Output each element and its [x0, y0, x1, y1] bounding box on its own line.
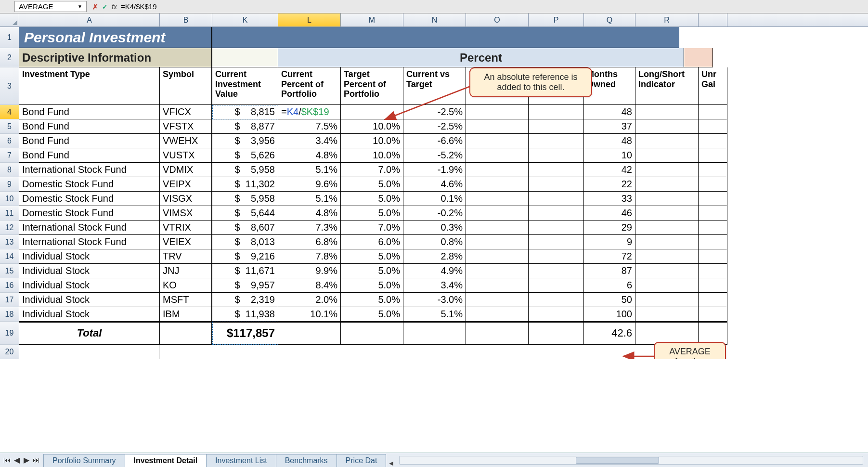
- total-M[interactable]: [341, 322, 403, 345]
- cell-Q18[interactable]: 100: [584, 307, 635, 322]
- col-header-P[interactable]: P: [529, 13, 584, 26]
- col-header-R[interactable]: R: [635, 13, 699, 26]
- cell-A18[interactable]: Individual Stock: [19, 307, 160, 322]
- row-header-11[interactable]: 11: [0, 206, 19, 221]
- cell-Q16[interactable]: 6: [584, 278, 635, 293]
- col-header-Q[interactable]: Q: [584, 13, 635, 26]
- cell-K6[interactable]: $ 3,956: [212, 134, 278, 148]
- cell-K17[interactable]: $ 2,319: [212, 293, 278, 307]
- total-S[interactable]: [699, 322, 727, 345]
- cell-L10[interactable]: 5.1%: [278, 192, 341, 206]
- total-months[interactable]: 42.6: [584, 322, 635, 345]
- cell-B12[interactable]: VTRIX: [160, 221, 212, 235]
- row-header-4[interactable]: 4: [0, 105, 19, 119]
- row-header-5[interactable]: 5: [0, 119, 19, 134]
- cell-R16[interactable]: [635, 278, 699, 293]
- cell-K8[interactable]: $ 5,958: [212, 163, 278, 177]
- cell-K16[interactable]: $ 9,957: [212, 278, 278, 293]
- cell-L5[interactable]: 7.5%: [278, 119, 341, 134]
- cell-L9[interactable]: 9.6%: [278, 177, 341, 192]
- header-symbol[interactable]: Symbol: [160, 67, 212, 105]
- cell-O10[interactable]: [466, 192, 529, 206]
- cell-S11[interactable]: [699, 206, 727, 221]
- cell-P10[interactable]: [529, 192, 584, 206]
- cell-R9[interactable]: [635, 177, 699, 192]
- total-R[interactable]: [635, 322, 699, 345]
- cell-S16[interactable]: [699, 278, 727, 293]
- cell-S13[interactable]: [699, 235, 727, 249]
- cell-N11[interactable]: -0.2%: [403, 206, 466, 221]
- col-header-M[interactable]: M: [341, 13, 403, 26]
- cell-A8[interactable]: International Stock Fund: [19, 163, 160, 177]
- cell-B8[interactable]: VDMIX: [160, 163, 212, 177]
- cell-S2[interactable]: [684, 48, 713, 67]
- row-header-16[interactable]: 16: [0, 278, 19, 293]
- total-symbol[interactable]: [160, 322, 212, 345]
- total-N[interactable]: [403, 322, 466, 345]
- cell-A12[interactable]: International Stock Fund: [19, 221, 160, 235]
- cell-Q8[interactable]: 42: [584, 163, 635, 177]
- cell-S18[interactable]: [699, 307, 727, 322]
- cell-N6[interactable]: -6.6%: [403, 134, 466, 148]
- cell-A11[interactable]: Domestic Stock Fund: [19, 206, 160, 221]
- cell-L18[interactable]: 10.1%: [278, 307, 341, 322]
- cell-R12[interactable]: [635, 221, 699, 235]
- cell-P16[interactable]: [529, 278, 584, 293]
- cell-L15[interactable]: 9.9%: [278, 264, 341, 278]
- cell-M7[interactable]: 10.0%: [341, 148, 403, 163]
- cell-Q12[interactable]: 29: [584, 221, 635, 235]
- cell-K9[interactable]: $ 11,302: [212, 177, 278, 192]
- cell-Q17[interactable]: 50: [584, 293, 635, 307]
- row-header-1[interactable]: 1: [0, 27, 19, 48]
- cell-O8[interactable]: [466, 163, 529, 177]
- cell-R14[interactable]: [635, 249, 699, 264]
- cell-A4[interactable]: Bond Fund: [19, 105, 160, 119]
- cell-R7[interactable]: [635, 148, 699, 163]
- cell-P13[interactable]: [529, 235, 584, 249]
- cell-N18[interactable]: 5.1%: [403, 307, 466, 322]
- cell-R10[interactable]: [635, 192, 699, 206]
- row-header-12[interactable]: 12: [0, 221, 19, 235]
- cell-Q6[interactable]: 48: [584, 134, 635, 148]
- row-header-7[interactable]: 7: [0, 148, 19, 163]
- cell-K14[interactable]: $ 9,216: [212, 249, 278, 264]
- cell-Q7[interactable]: 10: [584, 148, 635, 163]
- cell-R13[interactable]: [635, 235, 699, 249]
- cell-M6[interactable]: 10.0%: [341, 134, 403, 148]
- cell-R4[interactable]: [635, 105, 699, 119]
- fx-icon[interactable]: fx: [112, 3, 117, 11]
- cell-L7[interactable]: 4.8%: [278, 148, 341, 163]
- cell-O9[interactable]: [466, 177, 529, 192]
- cell-L11[interactable]: 4.8%: [278, 206, 341, 221]
- row-header-13[interactable]: 13: [0, 235, 19, 249]
- cell-S5[interactable]: [699, 119, 727, 134]
- row-header-14[interactable]: 14: [0, 249, 19, 264]
- cell-L17[interactable]: 2.0%: [278, 293, 341, 307]
- cell-N8[interactable]: -1.9%: [403, 163, 466, 177]
- row-header-2[interactable]: 2: [0, 48, 19, 67]
- col-header-L[interactable]: L: [278, 13, 341, 26]
- cell-K12[interactable]: $ 8,607: [212, 221, 278, 235]
- total-O[interactable]: [466, 322, 529, 345]
- cell-Q13[interactable]: 9: [584, 235, 635, 249]
- cell-B13[interactable]: VEIEX: [160, 235, 212, 249]
- col-header-A[interactable]: A: [19, 13, 160, 26]
- cell-L8[interactable]: 5.1%: [278, 163, 341, 177]
- cancel-icon[interactable]: ✗: [92, 3, 98, 11]
- cell-S4[interactable]: [699, 105, 727, 119]
- cell-P18[interactable]: [529, 307, 584, 322]
- cell-M8[interactable]: 7.0%: [341, 163, 403, 177]
- cell-A16[interactable]: Individual Stock: [19, 278, 160, 293]
- cell-P5[interactable]: [529, 119, 584, 134]
- cell-L13[interactable]: 6.8%: [278, 235, 341, 249]
- formula-input[interactable]: =K4/$K$19: [117, 1, 868, 12]
- cell-M13[interactable]: 6.0%: [341, 235, 403, 249]
- cell-P14[interactable]: [529, 249, 584, 264]
- cell-M16[interactable]: 5.0%: [341, 278, 403, 293]
- cell-A6[interactable]: Bond Fund: [19, 134, 160, 148]
- cell-B7[interactable]: VUSTX: [160, 148, 212, 163]
- cell-K11[interactable]: $ 5,644: [212, 206, 278, 221]
- cell-B4[interactable]: VFICX: [160, 105, 212, 119]
- cell-R8[interactable]: [635, 163, 699, 177]
- cell-A15[interactable]: Individual Stock: [19, 264, 160, 278]
